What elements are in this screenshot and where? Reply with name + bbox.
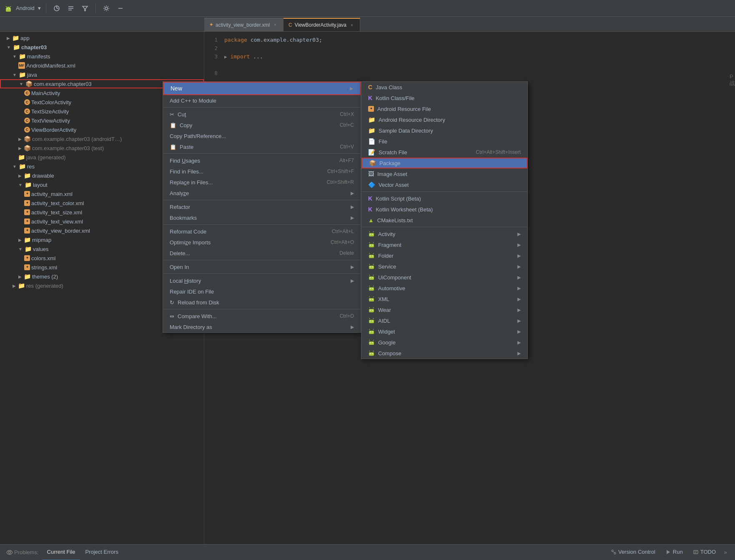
ctx-kotlin-class[interactable]: K Kotlin Class/File	[361, 93, 527, 103]
tab-run[interactable]: Run	[660, 545, 688, 560]
tree-item-manifests[interactable]: ▼ 📁 manifests	[0, 52, 204, 61]
ctx-new-item[interactable]: New ▶	[163, 82, 361, 95]
settings-button[interactable]	[101, 3, 112, 14]
ctx-compare[interactable]: ⇔ Compare With... Ctrl+D	[163, 311, 361, 321]
expand-icon[interactable]: »	[721, 548, 730, 557]
tab-java-close[interactable]: ×	[349, 22, 355, 28]
item-label: Open In	[170, 264, 189, 270]
ctx-widget[interactable]: Widget ▶	[361, 326, 527, 337]
item-label: strings.xml	[31, 264, 57, 271]
item-label: Java Class	[376, 84, 402, 90]
toolbar-separator	[46, 3, 46, 13]
svg-point-67	[372, 342, 373, 343]
ctx-kotlin-worksheet[interactable]: K Kotlin Worksheet (Beta)	[361, 204, 527, 215]
ctx-replace-files[interactable]: Replace in Files... Ctrl+Shift+R	[163, 177, 361, 188]
ctx-folder[interactable]: Folder ▶	[361, 250, 527, 261]
svg-rect-80	[694, 550, 698, 554]
svg-line-44	[373, 286, 374, 286]
arrow-icon: ▼	[18, 247, 23, 251]
ctx-service[interactable]: Service ▶	[361, 261, 527, 272]
ctx-find-usages[interactable]: Find Usages Alt+F7	[163, 155, 361, 166]
tree-item-chapter03[interactable]: ▼ 📁 chapter03	[0, 43, 204, 52]
ctx-automotive[interactable]: Automotive ▶	[361, 283, 527, 294]
ctx-mark-directory[interactable]: Mark Directory as ▶	[163, 321, 361, 332]
minimize-button[interactable]	[115, 3, 126, 14]
package-icon: 📦	[24, 136, 31, 142]
tab-current-file[interactable]: Current File	[42, 545, 80, 560]
ctx-optimize[interactable]: Optimize Imports Ctrl+Alt+O	[163, 237, 361, 248]
ctx-refactor[interactable]: Refactor ▶	[163, 201, 361, 212]
ctx-image-asset[interactable]: 🖼 Image Asset	[361, 168, 527, 179]
tab-xml[interactable]: ✦ activity_view_border.xml ×	[204, 18, 283, 31]
svg-line-28	[369, 253, 370, 254]
structure-button[interactable]	[65, 3, 76, 14]
arrow-icon: ▼	[13, 164, 17, 169]
ctx-xml[interactable]: XML ▶	[361, 294, 527, 304]
line-numbers: 1 2 3 8	[204, 36, 221, 78]
ctx-open-in[interactable]: Open In ▶	[163, 261, 361, 272]
ctx-aidl[interactable]: AIDL ▶	[361, 315, 527, 326]
ctx-vector-asset[interactable]: 🔷 Vector Asset	[361, 179, 527, 190]
ctx-add-cpp[interactable]: Add C++ to Module	[163, 95, 361, 106]
filter-button[interactable]	[80, 3, 90, 14]
tab-project-errors[interactable]: Project Errors	[80, 545, 123, 560]
ctx-reformat[interactable]: Reformat Code Ctrl+Alt+L	[163, 226, 361, 237]
ctx-scratch-file[interactable]: 📝 Scratch File Ctrl+Alt+Shift+Insert	[361, 147, 527, 158]
eye-icon[interactable]	[5, 548, 14, 557]
svg-line-29	[373, 253, 374, 254]
ctx-analyze[interactable]: Analyze ▶	[163, 188, 361, 198]
ctx-wear[interactable]: Wear ▶	[361, 304, 527, 315]
svg-line-18	[369, 231, 370, 232]
ctx-compose[interactable]: Compose ▶	[361, 348, 527, 359]
ctx-cut[interactable]: ✂ Cut Ctrl+X	[163, 109, 361, 120]
ctx-android-resource-file[interactable]: ✦ Android Resource File	[361, 103, 527, 114]
tab-todo[interactable]: TODO	[688, 545, 721, 560]
package-icon: 📦	[24, 145, 31, 151]
item-label: java	[27, 72, 37, 78]
tab-xml-close[interactable]: ×	[272, 22, 278, 28]
item-label: Cut	[178, 111, 186, 118]
sync-button[interactable]	[51, 3, 62, 14]
tab-java[interactable]: C ViewBorderActivity.java ×	[283, 18, 360, 31]
ctx-paste[interactable]: 📋 Paste Ctrl+V	[163, 141, 361, 152]
ctx-local-history[interactable]: Local History ▶	[163, 275, 361, 286]
item-label: Replace in Files...	[170, 179, 213, 186]
ctx-find-files[interactable]: Find in Files... Ctrl+Shift+F	[163, 166, 361, 177]
item-label: Paste	[180, 144, 193, 150]
tree-item-java[interactable]: ▼ 📁 java	[0, 70, 204, 79]
svg-rect-50	[369, 309, 374, 312]
item-label: TextSizeActivity	[31, 108, 69, 115]
svg-line-4	[6, 6, 7, 7]
android-small-icon	[368, 231, 375, 237]
ctx-fragment[interactable]: Fragment ▶	[361, 239, 527, 250]
ctx-uicomponent[interactable]: UiComponent ▶	[361, 272, 527, 283]
dropdown-arrow[interactable]: ▾	[38, 5, 41, 11]
tree-item-androidmanifest[interactable]: MF AndroidManifest.xml	[0, 61, 204, 70]
xml-icon: ✦	[24, 200, 30, 206]
ctx-copy[interactable]: 📋 Copy Ctrl+C	[163, 120, 361, 131]
ctx-bookmarks[interactable]: Bookmarks ▶	[163, 212, 361, 223]
ctx-copy-path[interactable]: Copy Path/Reference...	[163, 131, 361, 141]
ctx-android-resource-dir[interactable]: 📁 Android Resource Directory	[361, 114, 527, 125]
ctx-google[interactable]: Google ▶	[361, 337, 527, 348]
ctx-kotlin-script[interactable]: K Kotlin Script (Beta)	[361, 193, 527, 204]
ctx-sample-data-dir[interactable]: 📁 Sample Data Directory	[361, 125, 527, 136]
tab-version-control[interactable]: Version Control	[606, 545, 660, 560]
svg-line-69	[373, 340, 374, 341]
ctx-activity[interactable]: Activity ▶	[361, 229, 527, 239]
ctx-java-class[interactable]: C Java Class	[361, 82, 527, 93]
ctx-package[interactable]: 📦 Package	[361, 158, 527, 168]
ctx-cmake[interactable]: ▲ CMakeLists.txt	[361, 215, 527, 226]
ctx-delete[interactable]: Delete... Delete	[163, 248, 361, 259]
item-label: res	[27, 163, 35, 170]
ctx-reload[interactable]: ↻ Reload from Disk	[163, 297, 361, 308]
file-icon: 📄	[368, 138, 375, 145]
ctx-file[interactable]: 📄 File	[361, 136, 527, 147]
item-label: Folder	[378, 253, 394, 259]
svg-point-77	[614, 552, 616, 554]
tree-item-app[interactable]: ▶ 📁 app	[0, 33, 204, 43]
item-label: Add C++ to Module	[170, 98, 216, 104]
item-label: activity_view_border.xml	[31, 228, 90, 234]
kotlin-icon: K	[368, 95, 372, 101]
ctx-repair-ide[interactable]: Repair IDE on File	[163, 286, 361, 297]
